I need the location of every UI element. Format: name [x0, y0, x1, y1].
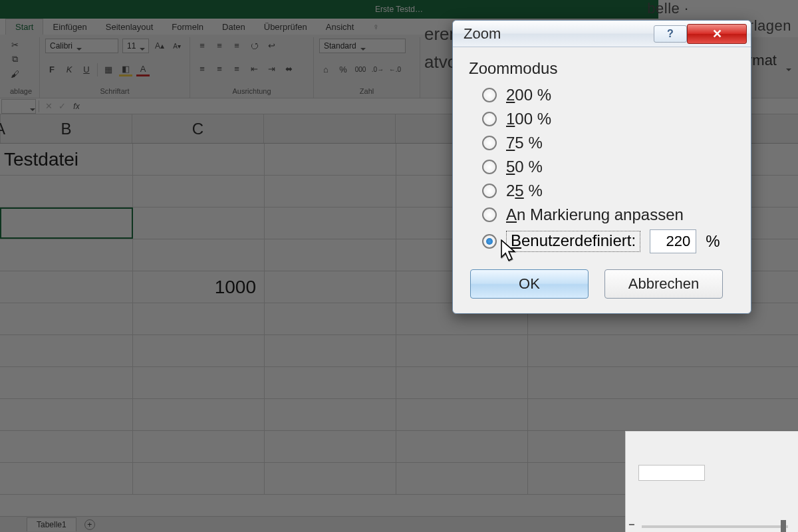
cell-d10[interactable]	[396, 431, 528, 462]
cell-a6[interactable]	[0, 303, 133, 334]
zoom-custom-input[interactable]	[650, 229, 696, 253]
cancel-button[interactable]: Abbrechen	[604, 269, 723, 299]
tab-start[interactable]: Start	[5, 19, 43, 35]
tab-data[interactable]: Daten	[213, 19, 255, 35]
cell-b5[interactable]: 1000	[133, 271, 265, 303]
cell-a4[interactable]	[0, 239, 133, 271]
indent-decrease-icon[interactable]: ⇤	[247, 63, 261, 76]
cell-b11[interactable]	[133, 463, 265, 494]
align-right-icon[interactable]: ≡	[230, 63, 243, 76]
cell-b9[interactable]	[133, 399, 265, 430]
zoom-75-option[interactable]: 75 %	[482, 134, 735, 152]
cell-b1[interactable]	[133, 144, 265, 175]
cell-c7[interactable]	[265, 335, 396, 366]
cell-c10[interactable]	[265, 431, 396, 462]
cell-a2[interactable]	[0, 176, 133, 207]
accounting-format-icon[interactable]: ⌂	[319, 63, 332, 76]
copy-icon[interactable]: ⧉	[8, 53, 21, 65]
insert-function-button[interactable]: fx	[68, 102, 84, 111]
cell-c9[interactable]	[265, 399, 396, 430]
cell-a10[interactable]	[0, 431, 133, 462]
cell-d9[interactable]	[396, 399, 528, 430]
cell-c8[interactable]	[265, 367, 396, 398]
align-bottom-icon[interactable]: ≡	[230, 39, 243, 52]
zoom-out-icon[interactable]: −	[628, 519, 634, 531]
cell-b6[interactable]	[133, 303, 265, 334]
comma-format-icon[interactable]: 000	[354, 63, 367, 76]
zoom-slider-thumb[interactable]	[781, 520, 786, 532]
tab-formulas[interactable]: Formeln	[162, 19, 213, 35]
fill-color-icon[interactable]: ◧	[119, 63, 132, 76]
font-name-combo[interactable]: Calibri	[45, 39, 118, 53]
zoom-200-option[interactable]: 200 %	[482, 86, 735, 104]
bold-button[interactable]: F	[45, 63, 59, 76]
cell-c6[interactable]	[265, 303, 396, 334]
orientation-icon[interactable]: ⭯	[247, 39, 261, 52]
cell-a7[interactable]	[0, 335, 133, 366]
close-button[interactable]: ✕	[687, 24, 747, 44]
zoom-25-option[interactable]: 25 %	[482, 182, 735, 200]
sheet-tab[interactable]: Tabelle1	[27, 517, 76, 531]
accept-entry-icon[interactable]: ✓	[55, 100, 68, 113]
align-center-icon[interactable]: ≡	[213, 63, 226, 76]
cell-d11[interactable]	[396, 463, 528, 494]
grow-font-icon[interactable]: A▴	[153, 39, 166, 53]
zoom-100-option[interactable]: 100 %	[482, 110, 735, 128]
cell-c4[interactable]	[265, 239, 396, 271]
cell-c5[interactable]	[265, 271, 396, 303]
indent-increase-icon[interactable]: ⇥	[265, 63, 278, 76]
cell-d7[interactable]	[396, 335, 528, 366]
ok-button[interactable]: OK	[470, 269, 589, 299]
cell-a8[interactable]	[0, 367, 133, 398]
cell-d8[interactable]	[396, 367, 528, 398]
cell-a5[interactable]	[0, 271, 133, 303]
column-header-d[interactable]	[264, 114, 396, 143]
cell-a9[interactable]	[0, 399, 133, 430]
tab-pagelayout[interactable]: Seitenlayout	[96, 19, 163, 35]
wrap-text-icon[interactable]: ↩	[265, 39, 278, 52]
cell-b8[interactable]	[133, 367, 265, 398]
increase-decimal-icon[interactable]: .0→	[371, 63, 384, 76]
shrink-font-icon[interactable]: A▾	[170, 39, 184, 53]
scrollbar-thumb[interactable]	[638, 465, 705, 481]
column-header-b[interactable]: B	[1, 114, 132, 143]
align-top-icon[interactable]: ≡	[196, 39, 209, 52]
font-size-combo[interactable]: 11	[122, 39, 149, 53]
cell-c2[interactable]	[265, 176, 396, 207]
name-box[interactable]	[1, 99, 36, 114]
tab-insert[interactable]: Einfügen	[43, 19, 96, 35]
italic-button[interactable]: K	[63, 63, 76, 76]
cell-c3[interactable]	[265, 207, 396, 239]
cell-c1[interactable]	[265, 144, 396, 175]
cell-c11[interactable]	[265, 463, 396, 494]
format-painter-icon[interactable]: 🖌	[8, 68, 21, 80]
dialog-titlebar[interactable]: Zoom ? ✕	[453, 21, 751, 47]
cell-b4[interactable]	[133, 239, 265, 271]
percent-format-icon[interactable]: %	[336, 63, 350, 76]
borders-icon[interactable]: ▦	[102, 63, 115, 76]
help-button[interactable]: ?	[654, 25, 687, 43]
cell-a11[interactable]	[0, 463, 133, 494]
cell-b10[interactable]	[133, 431, 265, 462]
column-header-c[interactable]: C	[132, 114, 264, 143]
cut-icon[interactable]: ✂	[8, 39, 21, 51]
zoom-fit-selection-option[interactable]: An Markierung anpassen	[482, 205, 735, 224]
add-sheet-button[interactable]: +	[84, 519, 95, 530]
number-format-combo[interactable]: Standard	[319, 39, 406, 53]
cell-b3[interactable]	[133, 207, 265, 239]
font-color-icon[interactable]: A	[136, 63, 150, 76]
align-left-icon[interactable]: ≡	[196, 63, 209, 76]
cell-a1[interactable]: Testdatei	[0, 144, 133, 175]
zoom-custom-option[interactable]: Benutzerdefiniert: %	[482, 229, 735, 253]
cancel-entry-icon[interactable]: ✕	[42, 100, 55, 113]
align-middle-icon[interactable]: ≡	[213, 39, 226, 52]
tab-view[interactable]: Ansicht	[317, 19, 364, 35]
zoom-slider-track[interactable]	[642, 525, 788, 528]
underline-button[interactable]: U	[80, 63, 93, 76]
merge-icon[interactable]: ⬌	[282, 63, 295, 76]
decrease-decimal-icon[interactable]: ←.0	[388, 63, 402, 76]
tell-me[interactable]: ♀	[363, 19, 388, 35]
cell-b2[interactable]	[133, 176, 265, 207]
cell-a3-selected[interactable]	[0, 207, 133, 239]
tab-review[interactable]: Überprüfen	[255, 19, 317, 35]
